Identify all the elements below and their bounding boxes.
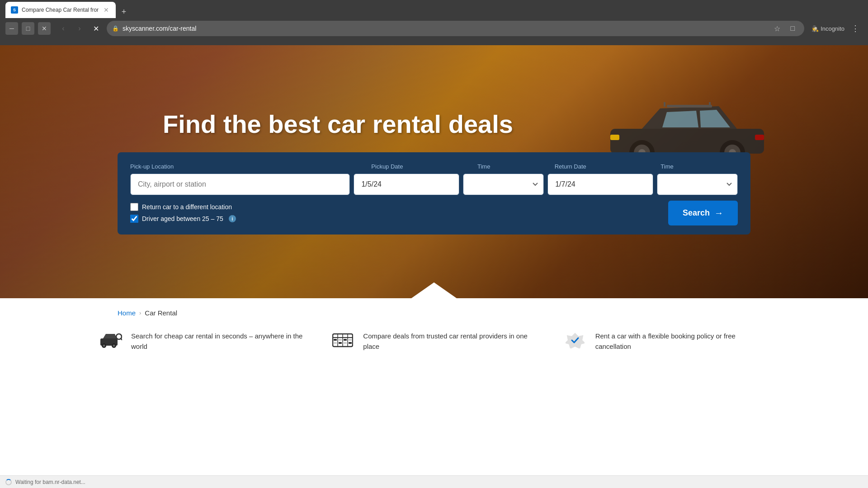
driver-age-label[interactable]: Driver aged between 25 – 75 i [130, 215, 236, 223]
breadcrumb-home-link[interactable]: Home [118, 309, 136, 317]
close-button[interactable]: ✕ [38, 22, 51, 35]
feature-item-3: Rent a car with a flexible booking polic… [564, 331, 769, 352]
hero-title: Find the best car rental deals [118, 109, 750, 139]
search-form: Pick-up Location Pickup Date Time Return… [118, 152, 750, 235]
hero-bottom-indicator [411, 282, 457, 298]
checkboxes-container: Return car to a different location Drive… [130, 203, 236, 223]
svg-rect-9 [664, 102, 665, 107]
search-arrow-icon: → [714, 208, 723, 218]
tab-title: Compare Cheap Car Rental fror [22, 7, 99, 13]
pickup-time-label: Time [477, 163, 555, 170]
page-content: Find the best car rental deals Pick-up L… [0, 45, 868, 488]
svg-rect-8 [667, 105, 712, 108]
svg-rect-26 [339, 339, 342, 341]
status-bar: Waiting for bam.nr-data.net... [0, 475, 868, 488]
address-bar[interactable] [123, 25, 767, 32]
info-icon[interactable]: i [229, 215, 236, 222]
pickup-date-input[interactable] [354, 174, 459, 195]
pickup-time-select[interactable]: 10:00 11:00 12:00 [463, 174, 544, 195]
driver-age-checkbox[interactable] [130, 215, 138, 223]
svg-rect-12 [755, 135, 764, 140]
incognito-badge: 🕵 Incognito [811, 25, 844, 32]
compare-icon [331, 331, 354, 349]
svg-point-15 [103, 345, 105, 347]
return-different-checkbox[interactable] [130, 203, 138, 211]
minimize-button[interactable]: ─ [5, 22, 18, 35]
nav-buttons: ‹ › ✕ [56, 21, 103, 36]
return-date-input[interactable] [547, 174, 653, 195]
form-options: Return car to a different location Drive… [130, 201, 738, 225]
feature-text-3: Rent a car with a flexible booking polic… [595, 331, 769, 352]
feature-item-1: Search for cheap car rental in seconds –… [99, 331, 304, 352]
return-time-label: Time [660, 163, 738, 170]
tab-close-button[interactable]: ✕ [102, 6, 110, 14]
browser-chrome: S Compare Cheap Car Rental fror ✕ + ─ □ … [0, 0, 868, 45]
svg-rect-28 [349, 339, 352, 341]
pickup-location-label: Pick-up Location [130, 163, 371, 170]
hero-section: Find the best car rental deals Pick-up L… [0, 45, 868, 298]
svg-rect-10 [709, 102, 711, 107]
driver-age-text: Driver aged between 25 – 75 [142, 215, 223, 222]
new-tab-button[interactable]: + [118, 5, 130, 18]
feature-text-1: Search for cheap car rental in seconds –… [131, 331, 304, 352]
breadcrumb-separator: › [139, 310, 141, 316]
breadcrumb: Home › Car Rental [0, 298, 868, 322]
svg-point-17 [113, 345, 115, 347]
maximize-button[interactable]: □ [22, 22, 34, 35]
feature-item-2: Compare deals from trusted car rental pr… [331, 331, 536, 352]
return-date-label: Return Date [555, 163, 661, 170]
svg-line-19 [121, 339, 123, 340]
pickup-date-label: Pickup Date [371, 163, 477, 170]
svg-rect-32 [349, 342, 352, 344]
active-tab[interactable]: S Compare Cheap Car Rental fror ✕ [5, 2, 116, 18]
reload-button[interactable]: ✕ [89, 21, 103, 36]
feature-text-2: Compare deals from trusted car rental pr… [363, 331, 536, 352]
svg-rect-27 [344, 339, 347, 341]
return-time-select[interactable]: 10:00 11:00 12:00 [657, 174, 738, 195]
incognito-label: Incognito [821, 25, 844, 32]
form-inputs-row: 10:00 11:00 12:00 10:00 11:00 12:00 [130, 174, 738, 195]
browser-menu-button[interactable]: ⋮ [848, 21, 863, 36]
forward-button[interactable]: › [72, 21, 87, 36]
car-search-icon [99, 331, 122, 349]
breadcrumb-current: Car Rental [145, 309, 177, 317]
back-button[interactable]: ‹ [56, 21, 71, 36]
features-section: Search for cheap car rental in seconds –… [0, 322, 868, 370]
browser-controls: ─ □ ✕ ‹ › ✕ 🔒 ☆ □ 🕵 Incognito ⋮ [0, 18, 868, 39]
address-bar-container: 🔒 ☆ □ [107, 21, 804, 36]
status-text: Waiting for bam.nr-data.net... [15, 479, 85, 485]
profile-button[interactable]: □ [786, 22, 799, 35]
svg-rect-25 [334, 339, 337, 341]
lock-icon: 🔒 [112, 25, 119, 32]
tab-favicon: S [11, 6, 18, 14]
svg-rect-31 [344, 342, 347, 344]
svg-rect-30 [339, 342, 342, 344]
return-different-text: Return car to a different location [142, 203, 232, 211]
tabs-row: S Compare Cheap Car Rental fror ✕ + [0, 0, 868, 18]
pickup-location-input[interactable] [130, 174, 350, 195]
address-actions: ☆ □ [771, 22, 799, 35]
form-labels-row: Pick-up Location Pickup Date Time Return… [130, 163, 738, 170]
loading-spinner [5, 479, 12, 485]
search-button-label: Search [683, 208, 710, 218]
svg-rect-29 [334, 342, 337, 344]
flexible-icon [564, 331, 586, 349]
window-controls: ─ □ ✕ [5, 22, 51, 35]
search-button[interactable]: Search → [668, 201, 738, 225]
incognito-icon: 🕵 [811, 25, 819, 32]
bookmark-button[interactable]: ☆ [771, 22, 783, 35]
return-different-label[interactable]: Return car to a different location [130, 203, 236, 211]
